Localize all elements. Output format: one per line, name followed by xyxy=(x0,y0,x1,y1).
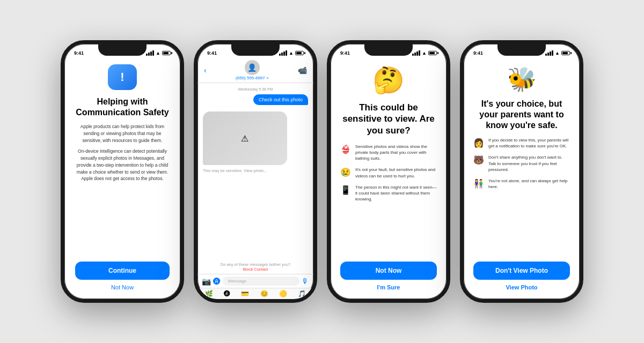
phone3-content: 🤔 This could be sensitive to view. Are y… xyxy=(331,59,447,299)
info-item-1: 👙 Sensitive photos and videos show the p… xyxy=(340,144,437,162)
emoji-appstore[interactable]: 🅐 xyxy=(224,290,230,297)
status-bar-1: 9:41 ▲ xyxy=(64,44,180,59)
warning-icon: ⚠ xyxy=(241,133,248,144)
phone2-content: ‹ 👤 (650) 555-8997 > 📹 Wednesday 5:38 PM… xyxy=(197,59,313,299)
phone3-info-list: 👙 Sensitive photos and videos show the p… xyxy=(340,144,437,208)
blur-overlay: ⚠ xyxy=(203,111,287,165)
emoji-pac[interactable]: 🟡 xyxy=(279,290,287,297)
battery-icon-2 xyxy=(295,51,304,55)
phone4-info-text-2: Don't share anything you don't want to. … xyxy=(488,154,570,173)
appstore-icon[interactable]: 🅐 xyxy=(213,277,221,286)
phone4-title: It's your choice, but your parents want … xyxy=(473,99,570,131)
phone4-info-emoji-2: 🐻 xyxy=(473,155,484,165)
status-icons-3: ▲ xyxy=(412,50,437,56)
time-3: 9:41 xyxy=(340,50,350,56)
phone-3: 9:41 ▲ 🤔 This could be sensitive to view… xyxy=(327,40,450,303)
emoji-nature[interactable]: 🌿 xyxy=(205,290,213,297)
emoji-music[interactable]: 🎵 xyxy=(298,290,306,297)
info-item-3: 📱 The person in this might not want it s… xyxy=(340,184,437,203)
contact-info: 👤 (650) 555-8997 > xyxy=(236,60,269,80)
signal-icon-2 xyxy=(279,50,287,56)
sensitive-notice: This may be sensitive. View photo... xyxy=(203,168,308,173)
status-icons-1: ▲ xyxy=(146,50,171,56)
messages-input-bar: 📷 🅐 iMessage 🎙 xyxy=(197,274,313,288)
phone-4: 9:41 ▲ 🐝 It's your choice, but your pare… xyxy=(460,40,583,303)
block-contact-area: Do any of these messages bother you? Blo… xyxy=(197,260,313,274)
emoji-applepay[interactable]: 💳 xyxy=(241,290,249,297)
outgoing-message: Check out this photo xyxy=(253,94,308,105)
time-1: 9:41 xyxy=(74,50,84,56)
time-2: 9:41 xyxy=(207,50,217,56)
phone4-info-emoji-1: 👩 xyxy=(473,138,484,148)
continue-button[interactable]: Continue xyxy=(75,262,170,280)
phone4-info-list: 👩 If you decide to view this, your paren… xyxy=(473,137,570,195)
phone-1: 9:41 ▲ Helping with Communication Safety… xyxy=(61,40,184,303)
info-emoji-2: 😢 xyxy=(340,167,351,177)
video-call-icon[interactable]: 📹 xyxy=(298,66,307,74)
wifi-icon-4: ▲ xyxy=(555,50,560,56)
info-emoji-1: 👙 xyxy=(340,144,351,154)
battery-icon-4 xyxy=(561,51,570,55)
phone-2: 9:41 ▲ ‹ 👤 (650) 555-8997 > xyxy=(194,40,317,303)
phone1-body1: Apple products can help protect kids fro… xyxy=(75,123,170,144)
block-prompt-text: Do any of these messages bother you? xyxy=(221,262,291,267)
info-item-2: 😢 It's not your fault, but sensitive pho… xyxy=(340,167,437,178)
wifi-icon-2: ▲ xyxy=(289,50,294,56)
not-now-link-1[interactable]: Not Now xyxy=(111,284,134,290)
phone1-title: Helping with Communication Safety xyxy=(75,96,170,118)
status-icons-2: ▲ xyxy=(279,50,304,56)
phone1-body2: On-device intelligence can detect potent… xyxy=(75,148,170,182)
messages-body: Wednesday 5:38 PM Check out this photo ⚠… xyxy=(197,83,313,260)
info-text-2: It's not your fault, but sensitive photo… xyxy=(355,167,437,178)
phone4-info-text-3: You're not alone, and can always get hel… xyxy=(488,178,570,190)
phones-container: 9:41 ▲ Helping with Communication Safety… xyxy=(50,29,594,314)
info-text-3: The person in this might not want it see… xyxy=(355,184,437,203)
im-sure-link[interactable]: I'm Sure xyxy=(377,284,400,290)
phone4-info-item-1: 👩 If you decide to view this, your paren… xyxy=(473,137,570,149)
imessage-input[interactable]: iMessage xyxy=(223,277,299,286)
camera-icon[interactable]: 📷 xyxy=(202,277,211,286)
wifi-icon-3: ▲ xyxy=(422,50,427,56)
contact-avatar: 👤 xyxy=(245,60,260,75)
messages-header: ‹ 👤 (650) 555-8997 > 📹 xyxy=(197,59,313,83)
phone4-info-item-2: 🐻 Don't share anything you don't want to… xyxy=(473,154,570,173)
battery-icon-1 xyxy=(162,51,171,55)
mic-icon[interactable]: 🎙 xyxy=(302,277,309,286)
blurred-image-bubble: ⚠ xyxy=(203,111,287,165)
battery-icon-3 xyxy=(428,51,437,55)
phone4-content: 🐝 It's your choice, but your parents wan… xyxy=(464,59,580,299)
dont-view-button[interactable]: Don't View Photo xyxy=(473,262,570,280)
contact-name[interactable]: (650) 555-8997 > xyxy=(236,76,269,80)
info-emoji-3: 📱 xyxy=(340,185,351,195)
info-text-1: Sensitive photos and videos show the pri… xyxy=(355,144,437,162)
emoji-bar: 🌿 🅐 💳 😊 🟡 🎵 xyxy=(197,288,313,299)
status-bar-2: 9:41 ▲ xyxy=(197,44,313,59)
signal-icon-1 xyxy=(146,50,154,56)
status-icons-4: ▲ xyxy=(545,50,570,56)
status-bar-3: 9:41 ▲ xyxy=(331,44,447,59)
bee-emoji: 🐝 xyxy=(507,65,537,93)
emoji-face[interactable]: 😊 xyxy=(260,290,268,297)
status-bar-4: 9:41 ▲ xyxy=(464,44,580,59)
view-photo-link[interactable]: View Photo xyxy=(506,284,537,290)
wifi-icon-1: ▲ xyxy=(156,50,160,56)
signal-icon-3 xyxy=(412,50,420,56)
phone1-content: Helping with Communication Safety Apple … xyxy=(64,59,180,299)
not-now-button[interactable]: Not Now xyxy=(340,262,437,280)
signal-icon-4 xyxy=(545,50,553,56)
message-date: Wednesday 5:38 PM xyxy=(203,87,308,91)
phone4-info-item-3: 👫 You're not alone, and can always get h… xyxy=(473,178,570,190)
phone3-title: This could be sensitive to view. Are you… xyxy=(340,102,437,136)
back-arrow-icon[interactable]: ‹ xyxy=(204,66,207,74)
time-4: 9:41 xyxy=(473,50,483,56)
thinking-emoji: 🤔 xyxy=(372,65,405,95)
block-contact-link[interactable]: Block Contact xyxy=(243,267,268,272)
chat-bubble-icon xyxy=(108,64,137,90)
phone4-info-text-1: If you decide to view this, your parents… xyxy=(488,137,570,149)
phone4-info-emoji-3: 👫 xyxy=(473,178,484,189)
